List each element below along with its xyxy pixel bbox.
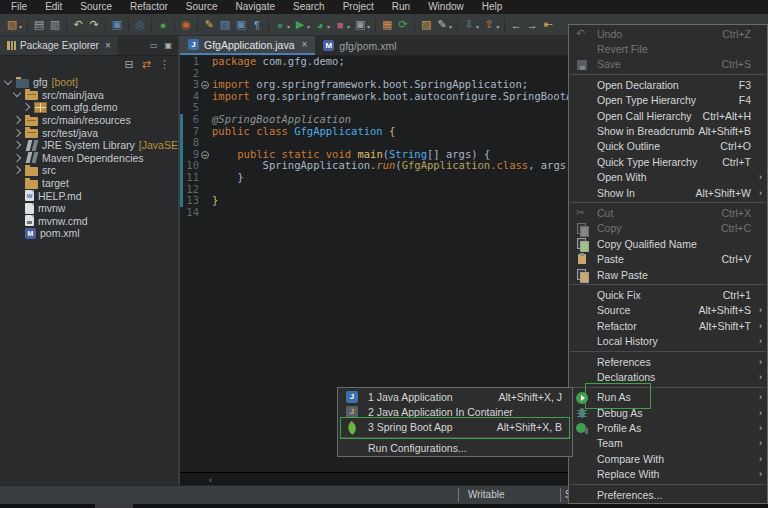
import-icon[interactable]: ⇩▾ — [461, 16, 481, 34]
context-menu-item-raw-paste[interactable]: Raw Paste — [569, 267, 767, 282]
context-menu-item-references[interactable]: References› — [569, 354, 767, 369]
dropdown-caret-icon[interactable]: ▾ — [19, 23, 22, 30]
tree-item-help-md[interactable]: HELP.md — [0, 189, 178, 202]
dropdown-caret-icon[interactable]: ▾ — [347, 23, 350, 30]
refresh-icon[interactable]: ⟳ — [395, 16, 411, 34]
menu-navigate[interactable]: Navigate — [227, 0, 284, 14]
undo-icon[interactable]: ↶ — [70, 16, 86, 34]
link-window-icon[interactable]: ▣ — [233, 16, 249, 34]
search-icon[interactable]: ◎ — [132, 16, 148, 34]
collapse-all-icon[interactable]: ⊟ — [125, 58, 134, 71]
forward-icon[interactable]: → — [524, 16, 540, 34]
close-icon[interactable]: × — [105, 40, 111, 51]
context-menu-item-run-as[interactable]: Run As› — [569, 390, 767, 405]
close-icon[interactable]: × — [301, 39, 307, 50]
chevron-right-icon[interactable] — [13, 154, 21, 162]
coverage-tool-icon[interactable]: ◕▾ — [312, 16, 332, 34]
editor-tab-gfg-pom-xml[interactable]: gfg/pom.xml — [315, 36, 404, 55]
context-menu-item-preferences[interactable]: Preferences... — [569, 487, 767, 502]
new-wizard-icon[interactable]: ▧▾ — [4, 16, 24, 34]
context-menu-item-show-in-breadcrumb[interactable]: Show in BreadcrumbAlt+Shift+B — [569, 123, 767, 138]
last-edit-location-icon[interactable]: ⇤ — [540, 16, 556, 34]
scroll-left-icon[interactable]: ‹ — [209, 475, 212, 485]
run-tool-icon[interactable]: ▶▾ — [292, 16, 312, 34]
context-menu-item-profile-as[interactable]: Profile As› — [569, 420, 767, 435]
menu-window[interactable]: Window — [419, 0, 473, 14]
menu-source[interactable]: Source — [71, 0, 121, 14]
menu-help[interactable]: Help — [473, 0, 512, 14]
chevron-right-icon[interactable] — [22, 103, 30, 111]
view-menu-icon[interactable]: ⋮ — [159, 58, 170, 71]
tree-item-maven-dependencies[interactable]: Maven Dependencies — [0, 152, 178, 165]
tree-item-src-main-resources[interactable]: src/main/resources — [0, 114, 178, 127]
context-menu-item-show-in[interactable]: Show InAlt+Shift+W› — [569, 185, 767, 200]
profile-tool-icon[interactable]: ■▾ — [332, 16, 352, 34]
debug-tool-icon[interactable]: ●▾ — [272, 16, 292, 34]
menu-run[interactable]: Run — [383, 0, 419, 14]
tree-item-target[interactable]: target — [0, 177, 178, 190]
context-menu-item-open-type-hierarchy[interactable]: Open Type HierarchyF4 — [569, 93, 767, 108]
editor-tab-gfgapplication-java[interactable]: GfgApplication.java× — [180, 36, 315, 55]
submenu-item-3-spring-boot-app[interactable]: 3 Spring Boot AppAlt+Shift+X, B — [338, 420, 572, 435]
tree-item-src[interactable]: src — [0, 164, 178, 177]
run-last-tool-icon[interactable]: ◉ — [178, 16, 194, 34]
context-menu-item-debug-as[interactable]: Debug As› — [569, 405, 767, 420]
dropdown-caret-icon[interactable]: ▾ — [367, 23, 370, 30]
dropdown-caret-icon[interactable]: ▾ — [307, 23, 310, 30]
save-icon[interactable]: ▤ — [31, 16, 47, 34]
menu-source[interactable]: Source — [177, 0, 227, 14]
tree-item-mvnw-cmd[interactable]: mvnw.cmd — [0, 215, 178, 228]
context-menu-item-source[interactable]: SourceAlt+Shift+S› — [569, 303, 767, 318]
context-menu-item-local-history[interactable]: Local History› — [569, 333, 767, 348]
submenu-item-2-java-application-in-container[interactable]: 2 Java Application In Container — [338, 404, 572, 419]
maximize-icon[interactable]: ▣ — [164, 41, 172, 50]
format-icon[interactable]: ✎▾ — [434, 16, 454, 34]
context-menu-item-quick-fix[interactable]: Quick FixCtrl+1 — [569, 287, 767, 302]
context-menu-item-quick-type-hierarchy[interactable]: Quick Type HierarchyCtrl+T — [569, 154, 767, 169]
chevron-right-icon[interactable] — [13, 166, 21, 174]
dropdown-caret-icon[interactable]: ▾ — [327, 23, 330, 30]
context-menu-item-compare-with[interactable]: Compare With› — [569, 451, 767, 466]
tree-item-pom-xml[interactable]: pom.xml — [0, 227, 178, 240]
tree-item-gfg[interactable]: gfg[boot] — [0, 76, 178, 89]
new-java-project-icon[interactable]: ▦ — [379, 16, 395, 34]
tree-item-mvnw[interactable]: mvnw — [0, 202, 178, 215]
open-type-icon[interactable]: ▨ — [418, 16, 434, 34]
menu-search[interactable]: Search — [284, 0, 334, 14]
open-task-icon[interactable]: ▣ — [109, 16, 125, 34]
show-whitespace-icon[interactable]: ¶ — [249, 16, 265, 34]
context-menu-item-open-call-hierarchy[interactable]: Open Call HierarchyCtrl+Alt+H — [569, 108, 767, 123]
tree-item-src-main-java[interactable]: src/main/java — [0, 89, 178, 102]
link-with-editor-icon[interactable]: ⇄ — [142, 58, 151, 71]
chevron-right-icon[interactable] — [13, 141, 21, 149]
context-menu-item-quick-outline[interactable]: Quick OutlineCtrl+O — [569, 139, 767, 154]
menu-edit[interactable]: Edit — [36, 0, 71, 14]
context-menu-item-replace-with[interactable]: Replace With› — [569, 467, 767, 482]
tree-item-com-gfg-demo[interactable]: com.gfg.demo — [0, 101, 178, 114]
context-menu-item-team[interactable]: Team› — [569, 436, 767, 451]
dropdown-caret-icon[interactable]: ▾ — [496, 23, 499, 30]
redo-icon[interactable]: ↷ — [86, 16, 102, 34]
menu-refactor[interactable]: Refactor — [121, 0, 177, 14]
external-tools-icon[interactable]: ▣▾ — [352, 16, 372, 34]
chevron-down-icon[interactable] — [4, 77, 12, 85]
submenu-item-1-java-application[interactable]: 1 Java ApplicationAlt+Shift+X, J — [338, 389, 572, 404]
save-all-icon[interactable]: ▥ — [47, 16, 63, 34]
context-menu-item-refactor[interactable]: RefactorAlt+Shift+T› — [569, 318, 767, 333]
menu-project[interactable]: Project — [334, 0, 383, 14]
submenu-item-run-configurations[interactable]: Run Configurations... — [338, 440, 572, 455]
context-menu-item-open-declaration[interactable]: Open DeclarationF3 — [569, 77, 767, 92]
fold-marker-icon[interactable] — [199, 149, 210, 161]
menu-file[interactable]: File — [2, 0, 36, 14]
chevron-right-icon[interactable] — [13, 128, 21, 136]
open-resource-icon[interactable]: ▨ — [217, 16, 233, 34]
export-icon[interactable]: ⇧▾ — [481, 16, 501, 34]
minimize-icon[interactable]: ▭ — [150, 41, 158, 50]
context-menu-item-declarations[interactable]: Declarations› — [569, 369, 767, 384]
chevron-down-icon[interactable] — [13, 89, 21, 97]
resume-icon[interactable]: ● — [155, 16, 171, 34]
chevron-right-icon[interactable] — [13, 116, 21, 124]
back-icon[interactable]: ← — [508, 16, 524, 34]
dropdown-caret-icon[interactable]: ▾ — [287, 23, 290, 30]
highlighter-icon[interactable]: ✎ — [201, 16, 217, 34]
